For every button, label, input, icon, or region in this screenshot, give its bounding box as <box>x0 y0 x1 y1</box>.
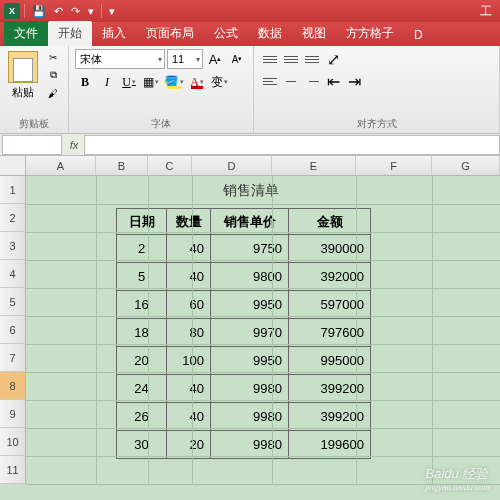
col-header-F[interactable]: F <box>356 156 432 175</box>
col-header-B[interactable]: B <box>96 156 148 175</box>
excel-icon: X <box>4 3 20 19</box>
table-row: 201009950995000 <box>117 347 371 375</box>
tab-file[interactable]: 文件 <box>4 21 48 46</box>
col-header-A[interactable]: A <box>26 156 96 175</box>
data-table: 日期数量销售单价金额 24097503900005409800392000166… <box>116 208 371 459</box>
ribbon-tabs: 文件 开始 插入 页面布局 公式 数据 视图 方方格子 D <box>0 22 500 46</box>
select-all-corner[interactable] <box>0 156 26 175</box>
column-headers: ABCDEFG <box>0 156 500 176</box>
tab-layout[interactable]: 页面布局 <box>136 21 204 46</box>
tab-formula[interactable]: 公式 <box>204 21 248 46</box>
font-color-button[interactable]: A <box>187 72 207 92</box>
title-bar: X 💾 ↶ ↷ ▾ ▾ 工 <box>0 0 500 22</box>
phonetic-button[interactable]: 变 <box>209 72 229 92</box>
format-painter-button[interactable]: 🖌 <box>44 85 62 101</box>
row-header-2[interactable]: 2 <box>0 204 26 232</box>
table-row: 26409980399200 <box>117 403 371 431</box>
group-clipboard: 粘贴 ✂ ⧉ 🖌 剪贴板 <box>0 46 69 133</box>
align-top-button[interactable] <box>260 49 280 69</box>
tab-grid[interactable]: 方方格子 <box>336 21 404 46</box>
undo-button[interactable]: ↶ <box>51 5 66 18</box>
row-header-4[interactable]: 4 <box>0 260 26 288</box>
row-headers: 1234567891011 <box>0 176 26 484</box>
font-size-combo[interactable]: 11 <box>167 49 203 69</box>
tab-home[interactable]: 开始 <box>48 21 92 46</box>
save-button[interactable]: 💾 <box>29 5 49 18</box>
orientation-button[interactable]: ⤢ <box>323 49 343 69</box>
table-row: 2409750390000 <box>117 235 371 263</box>
col-header-C[interactable]: C <box>148 156 192 175</box>
formula-input[interactable] <box>84 135 500 155</box>
shrink-font-button[interactable]: A▾ <box>227 49 247 69</box>
group-label-align: 对齐方式 <box>260 115 493 131</box>
table-header: 金额 <box>289 209 371 235</box>
table-header: 销售单价 <box>211 209 289 235</box>
row-header-11[interactable]: 11 <box>0 456 26 484</box>
redo-button[interactable]: ↷ <box>68 5 83 18</box>
cut-button[interactable]: ✂ <box>44 49 62 65</box>
name-box[interactable] <box>2 135 62 155</box>
row-header-5[interactable]: 5 <box>0 288 26 316</box>
table-row: 24409980399200 <box>117 375 371 403</box>
align-middle-button[interactable] <box>281 49 301 69</box>
col-header-G[interactable]: G <box>432 156 500 175</box>
col-header-D[interactable]: D <box>192 156 272 175</box>
italic-button[interactable]: I <box>97 72 117 92</box>
row-header-1[interactable]: 1 <box>0 176 26 204</box>
worksheet[interactable]: ABCDEFG 1234567891011 销售清单 日期数量销售单价金额 24… <box>0 156 500 500</box>
increase-indent-button[interactable]: ⇥ <box>344 71 364 91</box>
table-row: 30209980199600 <box>117 431 371 459</box>
align-right-button[interactable] <box>302 71 322 91</box>
font-name-combo[interactable]: 宋体 <box>75 49 165 69</box>
paste-label: 粘贴 <box>12 85 34 100</box>
decrease-indent-button[interactable]: ⇤ <box>323 71 343 91</box>
ribbon: 粘贴 ✂ ⧉ 🖌 剪贴板 宋体 11 A▴ A▾ B I U ▦ 🪣 <box>0 46 500 134</box>
align-bottom-button[interactable] <box>302 49 322 69</box>
qat-custom[interactable]: ▾ <box>106 5 118 18</box>
bold-button[interactable]: B <box>75 72 95 92</box>
qat-more[interactable]: ▾ <box>85 5 97 18</box>
row-header-9[interactable]: 9 <box>0 400 26 428</box>
paste-icon <box>8 51 38 83</box>
fx-icon[interactable]: fx <box>64 139 84 151</box>
border-button[interactable]: ▦ <box>141 72 161 92</box>
tab-insert[interactable]: 插入 <box>92 21 136 46</box>
tab-d[interactable]: D <box>404 24 433 46</box>
group-align: ⤢ ⇤ ⇥ 对齐方式 <box>254 46 500 133</box>
align-center-button[interactable] <box>281 71 301 91</box>
table-row: 5409800392000 <box>117 263 371 291</box>
grow-font-button[interactable]: A▴ <box>205 49 225 69</box>
tab-data[interactable]: 数据 <box>248 21 292 46</box>
tab-view[interactable]: 视图 <box>292 21 336 46</box>
row-header-10[interactable]: 10 <box>0 428 26 456</box>
row-header-3[interactable]: 3 <box>0 232 26 260</box>
copy-button[interactable]: ⧉ <box>44 67 62 83</box>
formula-bar: fx <box>0 134 500 156</box>
group-label-clipboard: 剪贴板 <box>6 115 62 131</box>
table-header: 日期 <box>117 209 167 235</box>
row-header-7[interactable]: 7 <box>0 344 26 372</box>
row-header-6[interactable]: 6 <box>0 316 26 344</box>
underline-button[interactable]: U <box>119 72 139 92</box>
col-header-E[interactable]: E <box>272 156 356 175</box>
fill-color-button[interactable]: 🪣 <box>163 72 185 92</box>
table-header: 数量 <box>167 209 211 235</box>
table-title: 销售清单 <box>116 182 386 200</box>
group-font: 宋体 11 A▴ A▾ B I U ▦ 🪣 A 变 字体 <box>69 46 254 133</box>
table-row: 16609950597000 <box>117 291 371 319</box>
window-title: 工 <box>480 3 496 20</box>
table-row: 18809970797600 <box>117 319 371 347</box>
watermark: Baidu 经验 jingyan.baidu.com <box>426 465 490 492</box>
cells-area[interactable]: 销售清单 日期数量销售单价金额 240975039000054098003920… <box>26 176 500 484</box>
group-label-font: 字体 <box>75 115 247 131</box>
align-left-button[interactable] <box>260 71 280 91</box>
paste-button[interactable]: 粘贴 <box>6 49 40 102</box>
row-header-8[interactable]: 8 <box>0 372 26 400</box>
